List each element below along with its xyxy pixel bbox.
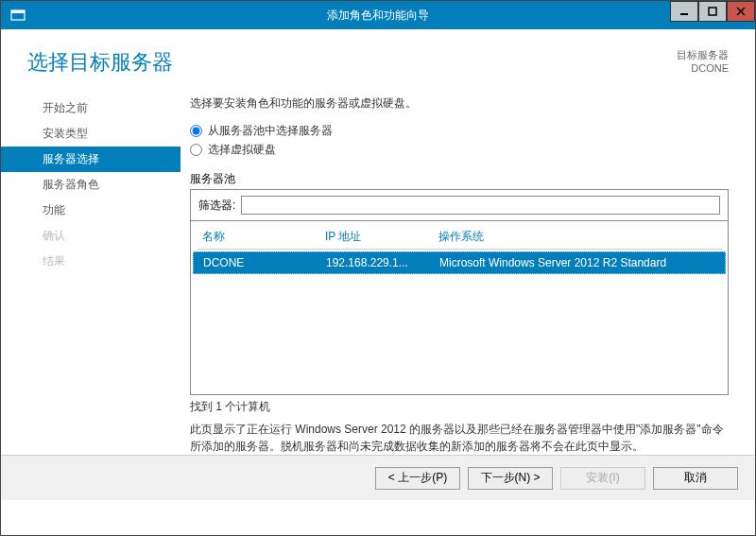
cell-ip: 192.168.229.1... [317,254,430,271]
server-pool-box: 筛选器: 名称 IP 地址 操作系统 DCONE 192.168.229.1..… [190,189,729,395]
cell-name: DCONE [194,254,317,271]
titlebar: 添加角色和功能向导 [1,1,755,29]
sidebar-item-results: 结果 [1,249,180,274]
filter-label: 筛选器: [198,198,235,214]
minimize-button[interactable] [670,1,698,22]
sidebar-item-before-begin[interactable]: 开始之前 [1,95,180,121]
instruction-text: 选择要安装角色和功能的服务器或虚拟硬盘。 [190,95,729,112]
sidebar-item-confirm: 确认 [1,223,180,249]
found-count: 找到 1 个计算机 [190,399,729,415]
svg-rect-1 [11,10,25,13]
grid-body: DCONE 192.168.229.1... Microsoft Windows… [191,250,728,394]
cell-os: Microsoft Windows Server 2012 R2 Standar… [430,254,725,271]
target-server-box: 目标服务器 DCONE [677,48,729,76]
maximize-button[interactable] [698,1,727,22]
column-header-ip[interactable]: IP 地址 [319,225,433,249]
radio-select-from-pool[interactable]: 从服务器池中选择服务器 [190,123,729,139]
notice-text: 此页显示了正在运行 Windows Server 2012 的服务器以及那些已经… [190,421,729,455]
footer: < 上一步(P) 下一步(N) > 安装(I) 取消 [1,455,755,500]
column-header-name[interactable]: 名称 [197,225,319,249]
radio-select-vhd-input[interactable] [190,144,202,156]
previous-button[interactable]: < 上一步(P) [375,467,460,490]
filter-row: 筛选器: [191,190,728,221]
header: 选择目标服务器 目标服务器 DCONE [1,29,755,86]
column-header-os[interactable]: 操作系统 [433,225,722,249]
cancel-button[interactable]: 取消 [653,467,738,490]
target-server-label: 目标服务器 [677,48,729,61]
svg-rect-2 [680,13,688,15]
target-server-value: DCONE [677,61,729,75]
install-button: 安装(I) [560,467,645,490]
app-icon [7,4,29,26]
wizard-steps-sidebar: 开始之前 安装类型 服务器选择 服务器角色 功能 确认 结果 [1,86,180,455]
radio-select-from-pool-label: 从服务器池中选择服务器 [208,123,333,139]
radio-select-vhd[interactable]: 选择虚拟硬盘 [190,142,729,158]
content-pane: 选择要安装角色和功能的服务器或虚拟硬盘。 从服务器池中选择服务器 选择虚拟硬盘 … [180,86,755,455]
sidebar-item-install-type[interactable]: 安装类型 [1,121,180,147]
radio-select-vhd-label: 选择虚拟硬盘 [208,142,276,158]
window-controls [670,1,755,29]
grid-header: 名称 IP 地址 操作系统 [197,225,722,250]
page-title: 选择目标服务器 [27,48,173,77]
close-button[interactable] [727,1,755,22]
table-row[interactable]: DCONE 192.168.229.1... Microsoft Windows… [193,251,726,274]
radio-select-from-pool-input[interactable] [190,125,202,137]
svg-rect-3 [709,8,716,15]
server-pool-label: 服务器池 [190,171,729,187]
filter-input[interactable] [241,196,720,215]
sidebar-item-server-roles[interactable]: 服务器角色 [1,172,180,198]
window-title: 添加角色和功能向导 [1,8,755,24]
sidebar-item-features[interactable]: 功能 [1,198,180,223]
next-button[interactable]: 下一步(N) > [468,467,553,490]
sidebar-item-server-selection[interactable]: 服务器选择 [1,147,180,172]
